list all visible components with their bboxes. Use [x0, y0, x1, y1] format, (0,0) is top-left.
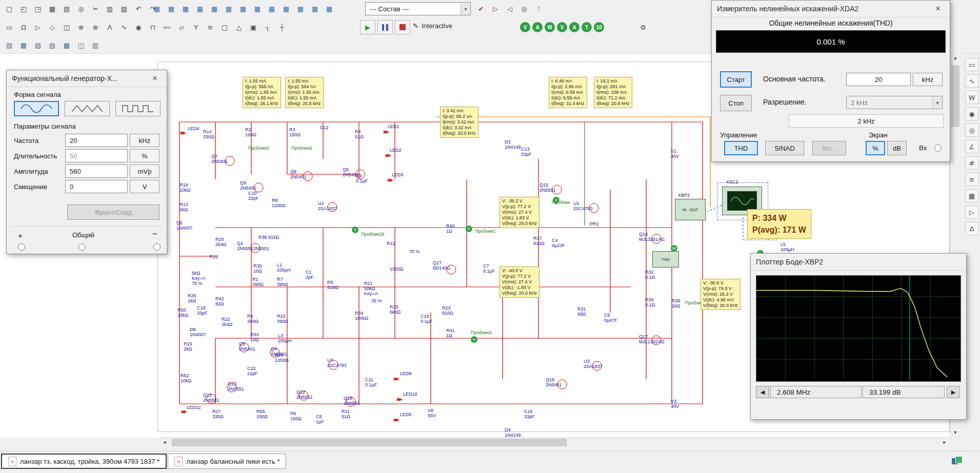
variants-icon[interactable]: ▦ — [236, 2, 250, 15]
fgen-param-input[interactable]: 50 — [65, 149, 128, 162]
quick-analysis-icon[interactable]: ▦ — [17, 38, 30, 52]
thd-mode-button[interactable]: THD — [724, 141, 758, 155]
pause-simulation-button[interactable] — [377, 20, 393, 34]
scroll-down-button[interactable]: ▼ — [950, 428, 961, 437]
new-file-icon[interactable]: ▢ — [3, 2, 16, 15]
measurement-probe-icon[interactable]: V — [466, 225, 472, 232]
quick-view-icon[interactable]: ◫ — [74, 38, 88, 52]
scroll-left-button[interactable]: ◄ — [159, 438, 170, 447]
thd-titlebar[interactable]: Измеритель нелинейных искажений-XDA2 × — [712, 1, 950, 17]
current-probe-icon[interactable]: A — [532, 22, 543, 32]
place-diode-icon[interactable]: ▷ — [31, 20, 45, 34]
temperature-probe-icon[interactable]: T — [582, 22, 592, 32]
voltage-avg-probe-icon[interactable]: V — [557, 22, 567, 32]
square-wave-button[interactable] — [115, 101, 161, 116]
place-cmos-icon[interactable]: ⊗ — [89, 20, 102, 34]
description-box-icon[interactable]: ▦ — [323, 2, 336, 15]
cursor-left-button[interactable]: ◀ — [756, 386, 769, 398]
multimeter-icon[interactable]: ▭ — [965, 58, 978, 71]
sheet-tab-1[interactable]: ∿ланзар тз, каскод, тройка, 390ом 4793 1… — [1, 454, 167, 469]
resolution-dropdown[interactable]: 2 kHz ▾ — [846, 96, 943, 109]
fgen-param-unit[interactable]: kHz — [130, 134, 159, 147]
parts-editor-icon[interactable]: ▦ — [222, 2, 235, 15]
place-ni-icon[interactable]: □ — [218, 20, 231, 34]
measurement-probe-icon[interactable]: V — [716, 299, 723, 306]
fundamental-frequency-input[interactable]: 20 — [846, 73, 911, 86]
design-toolbox-icon[interactable]: ▦ — [150, 2, 164, 15]
probe-settings-icon[interactable]: ⚙ — [636, 20, 650, 34]
save-icon[interactable]: ▦ — [46, 2, 59, 15]
database-manager-icon[interactable]: ▦ — [179, 2, 192, 15]
fgen-param-unit[interactable]: mVp — [130, 164, 159, 178]
sine-wave-button[interactable] — [14, 101, 59, 116]
bode-titlebar[interactable]: Плоттер Боде-XBP2 — [751, 254, 966, 271]
place-basic-icon[interactable]: Ω — [17, 20, 30, 34]
sinad-mode-button[interactable]: SINAD — [765, 141, 804, 155]
netlist-icon[interactable]: ▦ — [279, 2, 293, 15]
scroll-right-button[interactable]: ► — [939, 438, 950, 447]
plus-terminal[interactable] — [18, 243, 25, 251]
cut-icon[interactable]: ✂ — [89, 2, 102, 15]
print-icon[interactable]: ▤ — [60, 2, 73, 15]
distortion-analyzer-icon[interactable]: Δ — [965, 222, 978, 235]
grapher-icon[interactable]: ▦ — [193, 2, 207, 15]
oscilloscope-icon[interactable]: ◉ — [965, 107, 978, 120]
wattmeter-icon[interactable]: W — [965, 91, 978, 104]
place-transistor-icon[interactable]: ◇ — [46, 20, 59, 34]
quick-sheet-icon[interactable]: ▩ — [60, 38, 73, 52]
quick-probe-icon[interactable]: ▧ — [31, 38, 45, 52]
vertical-scroll-thumb[interactable] — [951, 66, 959, 127]
place-wire-icon[interactable]: ┐ — [261, 20, 274, 34]
iv-analyzer-icon[interactable]: ▷ — [965, 205, 978, 219]
place-source-icon[interactable]: ▭ — [3, 20, 16, 34]
back-annotate-icon[interactable]: ◁ — [503, 2, 516, 15]
place-misc-icon[interactable]: MISC — [161, 20, 174, 34]
power-probe-icon[interactable]: W — [545, 22, 555, 32]
place-rf-icon[interactable]: Y — [189, 20, 203, 34]
word-generator-icon[interactable]: ≡ — [965, 173, 978, 186]
place-electromech-icon[interactable]: ≡ — [204, 20, 217, 34]
hierarchy-view-icon[interactable]: ▦ — [294, 2, 307, 15]
sheet-tab-2[interactable]: ∿ланзар балансный пики есть * — [168, 454, 286, 469]
copy-icon[interactable]: ▥ — [103, 2, 116, 15]
fgen-param-input[interactable]: 0 — [65, 180, 128, 193]
horizontal-scrollbar[interactable]: ◄ ► — [159, 437, 950, 448]
place-mcu-icon[interactable]: ▣ — [247, 20, 260, 34]
measurement-probe-icon[interactable]: V — [352, 227, 358, 233]
forward-annotate-icon[interactable]: ▷ — [489, 2, 502, 15]
scroll-up-button[interactable]: ▲ — [950, 53, 961, 63]
project-icon[interactable]: ▦ — [308, 2, 322, 15]
function-generator-icon[interactable]: ∿ — [965, 74, 978, 88]
run-simulation-button[interactable]: ▶ — [360, 20, 375, 34]
digital-probe-icon[interactable]: 10 — [594, 22, 604, 32]
place-peripherals-icon[interactable]: ▱ — [175, 20, 188, 34]
place-indicator-icon[interactable]: ◉ — [132, 20, 145, 34]
frequency-unit-box[interactable]: kHz — [913, 73, 943, 86]
percent-display-button[interactable]: % — [866, 141, 885, 155]
close-icon[interactable]: × — [931, 4, 945, 14]
place-analog-icon[interactable]: ◫ — [60, 20, 73, 34]
place-connector-icon[interactable]: △ — [232, 20, 246, 34]
bom-icon[interactable]: ▦ — [265, 2, 278, 15]
quick-graph-icon[interactable]: ▤ — [3, 38, 16, 52]
quick-report-icon[interactable]: ▨ — [46, 38, 59, 52]
variant-dropdown[interactable]: --- Состав --- ▾ — [365, 2, 471, 15]
print-preview-icon[interactable]: ◎ — [74, 2, 88, 15]
zoom-tool-icon[interactable]: ◎ — [517, 2, 531, 15]
paste-icon[interactable]: ▨ — [117, 2, 131, 15]
place-bus-icon[interactable]: ┼ — [275, 20, 289, 34]
place-mixed-icon[interactable]: ∿ — [117, 20, 131, 34]
settings-button[interactable]: Уст... — [812, 141, 846, 155]
measurement-probe-icon[interactable]: V — [553, 197, 559, 203]
common-terminal[interactable] — [78, 243, 86, 251]
current-avg-probe-icon[interactable]: A — [569, 22, 579, 32]
cursor-right-button[interactable]: ▶ — [947, 386, 960, 398]
stop-button[interactable]: Стоп — [720, 95, 752, 111]
fgen-param-unit[interactable]: V — [130, 180, 159, 193]
interactive-mode[interactable]: ✎ Interactive — [413, 22, 452, 30]
place-ttl-icon[interactable]: ⊕ — [74, 20, 88, 34]
stop-simulation-button[interactable] — [395, 20, 410, 34]
place-miscdigital-icon[interactable]: Λ — [103, 20, 116, 34]
open-file-icon[interactable]: ◰ — [17, 2, 30, 15]
measurement-probe-icon[interactable]: V — [471, 336, 477, 343]
